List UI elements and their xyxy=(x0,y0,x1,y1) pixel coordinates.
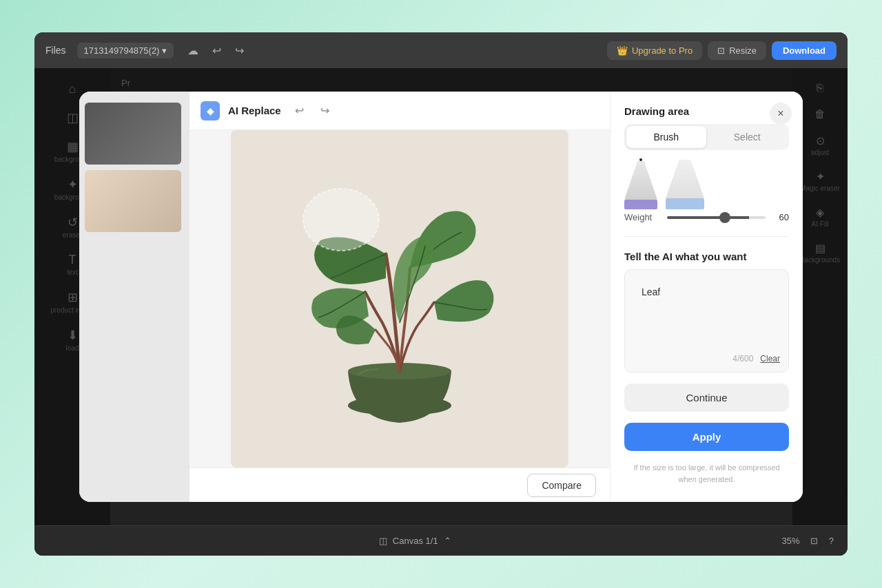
help-icon: ? xyxy=(829,536,834,546)
ai-input[interactable]: Leaf xyxy=(633,278,780,347)
char-count: 4/600 xyxy=(732,354,753,364)
zoom-label: 35% xyxy=(781,536,799,546)
top-bar-icons: ☁ ↩ ↪ xyxy=(185,41,247,60)
filename-chevron-icon: ▾ xyxy=(162,45,167,56)
bottom-bar-center: ◫ Canvas 1/1 ⌃ xyxy=(379,536,451,546)
weight-value: 60 xyxy=(772,212,789,222)
ai-textarea-footer: 4/600 Clear xyxy=(633,354,780,364)
canvas-label: Canvas 1/1 xyxy=(393,536,438,546)
thumbnail-item-headphones[interactable] xyxy=(85,103,181,165)
thumbnail-item-person[interactable] xyxy=(85,170,181,232)
modal-image-container xyxy=(189,130,610,468)
files-label: Files xyxy=(45,45,66,56)
compress-note: If the size is too large, it will be com… xyxy=(624,462,789,485)
brush-base-inactive xyxy=(666,198,704,209)
close-button[interactable]: × xyxy=(770,103,792,125)
modal-image-area: ◆ AI Replace ↩ ↪ xyxy=(189,92,610,502)
brush-preview-inactive[interactable] xyxy=(666,160,704,209)
brush-base xyxy=(624,200,657,209)
ai-replace-icon: ◆ xyxy=(201,101,220,120)
cloud-icon[interactable]: ☁ xyxy=(185,41,201,60)
thumbnail-strip xyxy=(79,92,189,502)
filename-text: 1713149794875(2) xyxy=(84,45,160,56)
brush-body-inactive xyxy=(666,160,704,198)
plant-illustration xyxy=(231,130,568,468)
plant-background xyxy=(231,130,568,468)
modal-panel: × Drawing area Brush Select xyxy=(610,92,803,502)
brush-previews xyxy=(624,158,789,209)
modal-undo-button[interactable]: ↩ xyxy=(292,101,307,120)
drawing-area-title: Drawing area xyxy=(624,105,789,117)
filename-badge[interactable]: 1713149794875(2) ▾ xyxy=(77,43,174,59)
redo-icon[interactable]: ↪ xyxy=(232,41,247,60)
resize-button[interactable]: ⊡ Resize xyxy=(708,41,766,60)
modal-bottom-bar: Compare xyxy=(189,468,610,502)
continue-button[interactable]: Continue xyxy=(624,384,789,412)
ai-section: Tell the AI what you want Leaf 4/600 Cle… xyxy=(624,251,789,372)
top-bar-left: Files 1713149794875(2) ▾ ☁ ↩ ↪ xyxy=(45,41,596,60)
bottom-bar: ◫ Canvas 1/1 ⌃ 35% ⊡ ? xyxy=(34,525,848,556)
resize-label: Resize xyxy=(729,45,757,56)
brush-select-toggle: Brush Select xyxy=(624,124,789,150)
upgrade-button[interactable]: 👑 Upgrade to Pro xyxy=(607,41,702,60)
drawing-area-section: Drawing area Brush Select xyxy=(624,105,789,222)
modal-tool-title: AI Replace xyxy=(228,105,281,116)
weight-label: Weight xyxy=(624,212,660,222)
undo-icon[interactable]: ↩ xyxy=(209,41,224,60)
brush-tip xyxy=(639,158,642,161)
panel-divider xyxy=(624,236,789,237)
download-button[interactable]: Download xyxy=(772,41,837,60)
app-window: Files 1713149794875(2) ▾ ☁ ↩ ↪ 👑 Upgrade… xyxy=(34,32,848,556)
brush-button[interactable]: Brush xyxy=(626,126,706,148)
weight-slider[interactable] xyxy=(667,216,766,219)
upgrade-label: Upgrade to Pro xyxy=(632,45,693,56)
brush-shape-active xyxy=(624,158,657,209)
resize-icon: ⊡ xyxy=(717,45,725,56)
top-bar-right: 👑 Upgrade to Pro ⊡ Resize Download xyxy=(607,41,837,60)
diamond-icon: ◆ xyxy=(207,105,214,116)
top-bar: Files 1713149794875(2) ▾ ☁ ↩ ↪ 👑 Upgrade… xyxy=(34,32,848,68)
brush-preview-active[interactable] xyxy=(624,158,657,209)
crown-icon: 👑 xyxy=(617,45,628,56)
weight-row: Weight 60 xyxy=(624,212,789,222)
export-icon: ⊡ xyxy=(810,536,818,546)
clear-button[interactable]: Clear xyxy=(760,354,780,364)
bottom-bar-right: 35% ⊡ ? xyxy=(781,536,834,546)
compare-button[interactable]: Compare xyxy=(527,474,596,497)
brush-stroke-overlay xyxy=(300,185,382,254)
ai-section-title: Tell the AI what you want xyxy=(624,251,789,262)
layers-bottom-icon: ◫ xyxy=(379,536,387,546)
modal-overlay: ◆ AI Replace ↩ ↪ xyxy=(34,68,848,525)
plant-image[interactable] xyxy=(231,130,568,468)
modal-redo-button[interactable]: ↪ xyxy=(318,101,332,120)
modal-dialog: ◆ AI Replace ↩ ↪ xyxy=(79,92,803,502)
select-button[interactable]: Select xyxy=(708,126,788,148)
modal-toolbar: ◆ AI Replace ↩ ↪ xyxy=(189,92,610,130)
brush-shape-inactive xyxy=(666,160,704,209)
main-content: ⌂ ◫ ▦ background ✦ background ↺ eraser T… xyxy=(34,68,848,525)
brush-body xyxy=(624,161,657,200)
svg-point-3 xyxy=(303,189,379,251)
apply-button[interactable]: Apply xyxy=(624,423,789,451)
chevron-up-icon: ⌃ xyxy=(444,536,451,546)
